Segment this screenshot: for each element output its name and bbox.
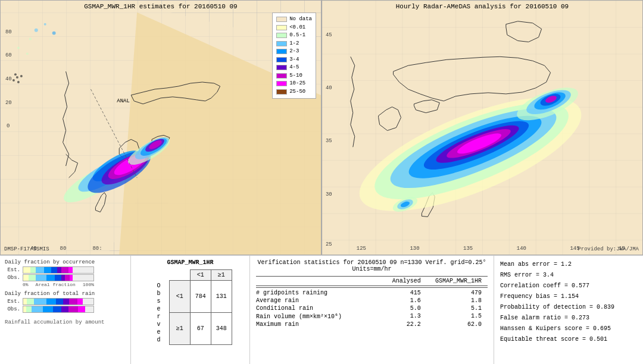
svg-text:130: 130 bbox=[410, 246, 419, 252]
svg-text:30: 30 bbox=[326, 192, 332, 197]
verif-top-divider bbox=[256, 276, 488, 277]
svg-text:35: 35 bbox=[326, 138, 332, 144]
legend-item-4: 4-5 bbox=[276, 64, 312, 72]
right-map-svg: 45 40 35 30 25 125 130 135 140 145 15 bbox=[322, 1, 642, 255]
obs-vertical-label: Observed bbox=[148, 281, 169, 345]
orseg3 bbox=[32, 306, 43, 312]
orseg5 bbox=[53, 306, 61, 312]
svg-text:140: 140 bbox=[517, 246, 526, 252]
verif-header-label bbox=[256, 278, 366, 284]
col-header-1: <1 bbox=[190, 270, 211, 281]
cell-00: 784 bbox=[190, 281, 211, 313]
verif-row-1: Average rain 1.6 1.8 bbox=[256, 297, 488, 305]
svg-point-22 bbox=[13, 79, 15, 81]
stat-line-0: Mean abs error = 1.2 bbox=[500, 259, 637, 270]
rain-section: Daily fraction of total rain Est. bbox=[5, 291, 126, 313]
row-header-2: ≥1 bbox=[169, 313, 190, 345]
main-container: GSMAP_MWR_1HR estimates for 20160510 09 bbox=[0, 0, 643, 364]
legend-color-5 bbox=[276, 73, 287, 79]
cell-11: 348 bbox=[211, 313, 232, 345]
stat-line-7: Equitable threat score = 0.501 bbox=[500, 334, 637, 345]
legend-label-5: 5-10 bbox=[289, 72, 302, 80]
verif-row-0: # gridpoints raining 415 479 bbox=[256, 289, 488, 297]
legend-item-05: 0.5-1 bbox=[276, 32, 312, 40]
legend-color-05 bbox=[276, 33, 287, 38]
svg-text:0: 0 bbox=[7, 124, 10, 130]
oseg1 bbox=[23, 275, 29, 281]
oseg5 bbox=[55, 275, 61, 281]
legend-color-001 bbox=[276, 25, 287, 30]
verif-row-1-label: Average rain bbox=[256, 297, 366, 304]
obs-rain-label: Obs. bbox=[5, 306, 20, 312]
legend-label-10: 10-25 bbox=[289, 80, 305, 88]
est-rain-label: Est. bbox=[5, 299, 20, 305]
rseg3 bbox=[34, 299, 46, 305]
verif-row-0-analysed: 415 bbox=[366, 290, 427, 296]
seg4 bbox=[44, 267, 51, 273]
verif-row-3-analysed: 1.3 bbox=[366, 313, 427, 320]
occurrence-axis: 0% Areal fraction 100% bbox=[23, 282, 94, 287]
stat-line-4: Probability of detection = 0.839 bbox=[500, 302, 637, 313]
left-map-title: GSMAP_MWR_1HR estimates for 20160510 09 bbox=[1, 3, 321, 10]
svg-point-18 bbox=[17, 46, 20, 49]
legend-label-05: 0.5-1 bbox=[289, 32, 305, 40]
col-header-2: ≥1 bbox=[211, 270, 232, 281]
oseg3 bbox=[36, 275, 46, 281]
seg3 bbox=[36, 267, 44, 273]
provided-by-label: Provided by:JWA/JMA bbox=[578, 246, 639, 252]
legend-label-4: 4-5 bbox=[289, 64, 299, 72]
verif-header: Analysed GSMAP_MWR_1HR bbox=[256, 278, 488, 286]
svg-point-24 bbox=[20, 75, 23, 77]
verif-row-2-label: Conditional rain bbox=[256, 305, 366, 312]
legend-no-data: No data bbox=[276, 15, 312, 24]
left-map-panel: GSMAP_MWR_1HR estimates for 20160510 09 bbox=[0, 0, 322, 255]
stat-line-6: Hanssen & Kuipers score = 0.695 bbox=[500, 324, 637, 334]
orseg7 bbox=[68, 306, 79, 312]
svg-text:80: 80 bbox=[5, 29, 12, 35]
legend-label-001: <0.01 bbox=[289, 24, 305, 32]
verif-row-1-gsmap: 1.8 bbox=[427, 297, 488, 304]
legend-item-1: 1-2 bbox=[276, 40, 312, 48]
obs-occurrence-label: Obs. bbox=[5, 275, 20, 281]
legend-label-nodata: No data bbox=[289, 15, 312, 24]
est-rain-row: Est. bbox=[5, 298, 126, 305]
legend-color-3 bbox=[276, 57, 287, 62]
legend-color-1 bbox=[276, 41, 287, 46]
svg-point-21 bbox=[16, 76, 18, 79]
axis-mid: Areal fraction bbox=[36, 282, 76, 287]
seg2 bbox=[30, 267, 36, 273]
legend-item-001: <0.01 bbox=[276, 24, 312, 32]
svg-text:40: 40 bbox=[326, 85, 332, 91]
svg-point-15 bbox=[44, 23, 46, 26]
verif-row-2-gsmap: 5.1 bbox=[427, 305, 488, 312]
verif-header-divider bbox=[256, 287, 488, 288]
svg-text:125: 125 bbox=[357, 246, 366, 252]
right-map-title: Hourly Radar-AMeDAS analysis for 2016051… bbox=[322, 3, 642, 10]
contingency-section: GSMAP_MWR_1HR <1 ≥1 Observed <1 784 131 … bbox=[131, 256, 250, 364]
verif-row-1-analysed: 1.6 bbox=[366, 297, 427, 304]
svg-point-17 bbox=[52, 32, 56, 35]
contingency-table: <1 ≥1 Observed <1 784 131 ≥1 67 348 bbox=[148, 269, 232, 345]
verif-row-2-analysed: 5.0 bbox=[366, 305, 427, 312]
verif-row-2: Conditional rain 5.0 5.1 bbox=[256, 305, 488, 312]
rseg8 bbox=[77, 299, 83, 305]
oseg8 bbox=[70, 275, 73, 281]
legend-item-5: 5-10 bbox=[276, 72, 312, 80]
seg6 bbox=[57, 267, 61, 273]
rseg7 bbox=[69, 299, 77, 305]
seg1 bbox=[23, 267, 30, 273]
svg-text:40: 40 bbox=[5, 76, 12, 82]
rain-title: Daily fraction of total rain bbox=[5, 291, 126, 297]
svg-point-23 bbox=[17, 81, 20, 83]
verif-row-4: Maximum rain 22.2 62.0 bbox=[256, 321, 488, 328]
svg-text:25: 25 bbox=[326, 241, 332, 247]
seg5 bbox=[51, 267, 57, 273]
legend-color-4 bbox=[276, 65, 287, 70]
row-header-1: <1 bbox=[169, 281, 190, 313]
stat-line-1: RMS error = 3.4 bbox=[500, 270, 637, 281]
svg-text:80:: 80: bbox=[92, 246, 102, 252]
verification-section: Verification statistics for 20160510 09 … bbox=[250, 256, 494, 364]
axis-100: 100% bbox=[83, 282, 94, 287]
svg-point-20 bbox=[14, 73, 17, 76]
stat-line-2: Correlation coeff = 0.577 bbox=[500, 281, 637, 291]
